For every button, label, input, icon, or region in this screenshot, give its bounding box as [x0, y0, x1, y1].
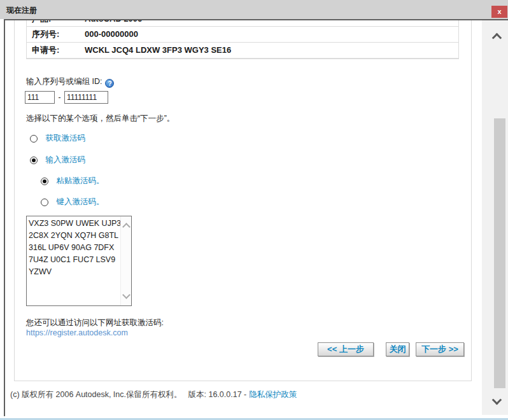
version-text: 版本: 16.0.0.17 -	[188, 390, 247, 399]
scroll-up-icon[interactable]	[492, 33, 502, 43]
scrollbar-thumb[interactable]	[494, 118, 505, 388]
radio-circle-selected[interactable]	[30, 157, 38, 164]
serial-value: 000-00000000	[85, 29, 138, 39]
table-row-product: 产品:AutoCAD 2006	[27, 20, 458, 27]
radio-circle-unselected[interactable]	[41, 199, 48, 206]
serial-separator: -	[58, 93, 60, 102]
next-button[interactable]: 下一步 >>	[416, 342, 464, 356]
copyright-text: (c) 版权所有 2006 Autodesk, Inc.保留所有权利。	[10, 390, 182, 399]
radio-label[interactable]: 键入激活码。	[56, 197, 104, 207]
close-icon[interactable]: x	[491, 6, 507, 18]
frame-left-border	[4, 19, 5, 416]
alt-url-label: 您还可以通过访问以下网址获取激活码:	[26, 318, 164, 328]
serial-prefix-input[interactable]	[25, 91, 55, 104]
help-icon[interactable]: ?	[105, 79, 114, 88]
scroll-down-icon[interactable]	[492, 395, 502, 405]
product-value: AutoCAD 2006	[85, 20, 142, 24]
serial-input-group: -	[25, 91, 108, 104]
activation-code-text[interactable]: VXZ3 S0PW UWEK UJP3 2C8X 2YQN XQ7H G8TL …	[29, 218, 119, 278]
table-row-request-code: 申请号:WCKL JCQ4 LDXW 3FP3 WGY3 SE16	[27, 43, 458, 59]
activation-code-textarea[interactable]: VXZ3 S0PW UWEK UJP3 2C8X 2YQN XQ7H G8TL …	[26, 216, 132, 306]
title-bar: 现在注册 x	[0, 0, 508, 19]
radio-label[interactable]: 输入激活码	[45, 155, 85, 165]
request-code-value: WCKL JCQ4 LDXW 3FP3 WGY3 SE16	[85, 45, 231, 55]
privacy-policy-link[interactable]: 隐私保护政策	[249, 390, 297, 399]
serial-suffix-input[interactable]	[64, 91, 108, 104]
register-url-link[interactable]: https://register.autodesk.com	[26, 328, 128, 337]
register-now-dialog: 现在注册 x 产品:AutoCAD 2006 序列号:000-00000000 …	[0, 0, 508, 420]
radio-label[interactable]: 粘贴激活码。	[56, 176, 104, 186]
back-button[interactable]: << 上一步	[318, 342, 374, 356]
chevron-up-icon[interactable]	[122, 223, 131, 231]
footer: (c) 版权所有 2006 Autodesk, Inc.保留所有权利。版本: 1…	[10, 389, 297, 400]
product-info-table: 产品:AutoCAD 2006 序列号:000-00000000 申请号:WCK…	[26, 20, 459, 59]
radio-type-activation-code[interactable]: 键入激活码。	[41, 196, 104, 205]
radio-get-activation-code[interactable]: 获取激活码	[30, 132, 85, 141]
content-panel: 产品:AutoCAD 2006 序列号:000-00000000 申请号:WCK…	[14, 20, 472, 381]
textarea-scrollbar[interactable]	[120, 216, 131, 305]
table-row-serial: 序列号:000-00000000	[27, 27, 458, 43]
radio-label[interactable]: 获取激活码	[45, 133, 85, 144]
chevron-down-icon[interactable]	[122, 291, 131, 299]
radio-circle-unselected[interactable]	[30, 135, 38, 143]
product-label: 产品:	[32, 20, 85, 27]
window-scrollbar[interactable]	[482, 20, 508, 415]
close-button[interactable]: 关闭	[386, 342, 409, 356]
serial-entry-label: 输入序列号或编组 ID:?	[26, 76, 114, 88]
instruction-text: 选择以下的某个选项，然后单击“下一步”。	[26, 113, 174, 124]
radio-enter-activation-code[interactable]: 输入激活码	[30, 154, 85, 163]
radio-paste-activation-code[interactable]: 粘贴激活码。	[41, 175, 104, 184]
dialog-title: 现在注册	[6, 5, 37, 16]
serial-label: 序列号:	[32, 27, 85, 42]
request-code-label: 申请号:	[32, 43, 85, 58]
radio-circle-selected[interactable]	[41, 178, 48, 185]
